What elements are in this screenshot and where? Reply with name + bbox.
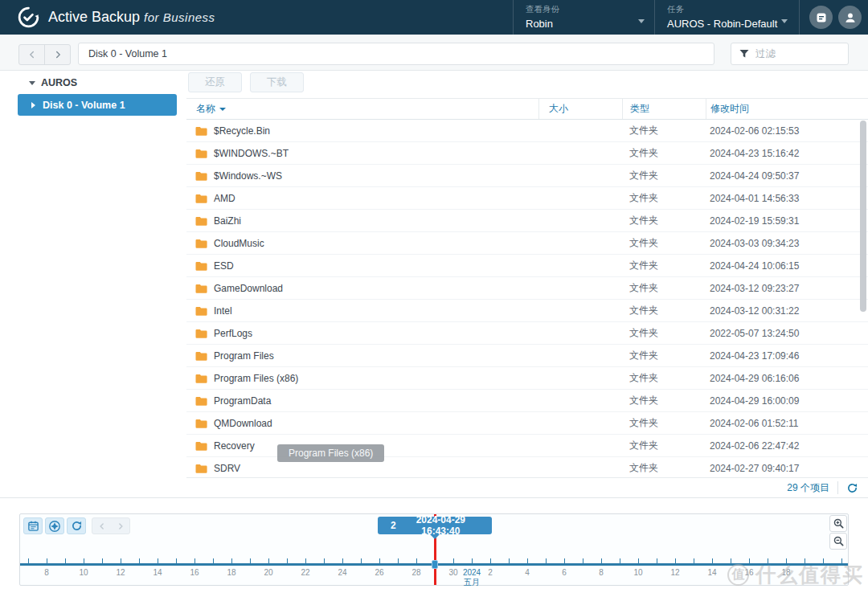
file-type: 文件夹	[622, 416, 706, 430]
folder-icon	[195, 149, 207, 158]
table-header: 名称 大小 类型 修改时间	[186, 98, 868, 120]
log-list-button[interactable]	[809, 6, 833, 29]
timeline-tick	[583, 558, 583, 563]
task-selector[interactable]: 任务 AUROS - Robin-Default	[654, 0, 797, 35]
version-badge[interactable]: 2 2024-04-29 16:43:40	[378, 517, 492, 534]
tree-node-disk0-volume1[interactable]: Disk 0 - Volume 1	[18, 94, 177, 116]
file-name: BaiZhi	[214, 215, 241, 227]
file-name: Intel	[214, 305, 232, 317]
table-row[interactable]: SDRV文件夹2024-02-27 09:40:17	[186, 457, 868, 477]
table-row[interactable]: ESD文件夹2024-04-24 10:06:15	[186, 255, 868, 277]
table-footer: 29 个项目	[186, 477, 868, 497]
file-mtime: 2024-04-23 17:09:46	[706, 350, 868, 362]
chevron-down-icon	[638, 19, 645, 23]
table-row[interactable]: CloudMusic文件夹2024-03-03 09:34:23	[186, 232, 868, 255]
vertical-scrollbar[interactable]	[860, 121, 866, 312]
zoom-in-button[interactable]	[829, 515, 847, 532]
file-type: 文件夹	[622, 349, 706, 362]
zoom-out-icon	[833, 535, 845, 547]
file-type: 文件夹	[622, 326, 706, 340]
table-row[interactable]: Intel文件夹2024-03-12 00:31:22	[186, 300, 868, 322]
timeline-tick	[250, 558, 251, 563]
timeline-slider-handle[interactable]	[432, 560, 438, 569]
timeline-panel: 810121416182022242628302024五月24681012141…	[19, 513, 849, 586]
table-row[interactable]: QMDownload文件夹2024-02-06 01:52:11	[186, 412, 868, 435]
table-row[interactable]: Program Files (x86)文件夹2024-04-29 06:16:0…	[186, 367, 868, 390]
table-row[interactable]: Recovery文件夹2024-02-06 22:47:42	[186, 435, 868, 457]
table-row[interactable]: AMD文件夹2024-04-01 14:56:33	[186, 187, 868, 210]
file-type: 文件夹	[622, 169, 706, 182]
back-button[interactable]	[19, 45, 44, 64]
file-name: Program Files (x86)	[214, 373, 298, 384]
timeline-tick	[786, 558, 787, 563]
filter-box[interactable]	[731, 43, 849, 65]
table-row[interactable]: GameDownload文件夹2024-03-12 09:23:27	[186, 277, 868, 300]
tree-root-auros[interactable]: AUROS	[29, 77, 77, 88]
timeline-tick	[564, 558, 565, 563]
folder-icon	[195, 464, 207, 473]
column-header-type[interactable]: 类型	[622, 99, 706, 119]
table-row[interactable]: $Recycle.Bin文件夹2024-02-06 02:15:53	[186, 120, 868, 142]
filter-input[interactable]	[755, 48, 836, 59]
table-row[interactable]: $Windows.~WS文件夹2024-04-24 09:50:37	[186, 165, 868, 187]
device-tree-sidebar: AUROS Disk 0 - Volume 1	[0, 71, 186, 497]
timeline-tick-label: 18	[227, 568, 235, 577]
chevron-left-icon	[27, 49, 38, 60]
chevron-right-icon	[116, 521, 125, 531]
main-area: AUROS Disk 0 - Volume 1 还原 下载 名称 大小 类型 修…	[0, 71, 868, 498]
timeline-tick	[453, 558, 454, 563]
timeline-tick-label: 12	[670, 568, 679, 577]
version-time: 2024-04-29 16:43:40	[396, 514, 485, 537]
timeline-tick-label: 22	[301, 568, 309, 577]
restore-button[interactable]: 还原	[188, 72, 242, 92]
file-mtime: 2022-05-07 13:24:50	[706, 328, 868, 339]
table-row[interactable]: PerfLogs文件夹2022-05-07 13:24:50	[186, 322, 868, 345]
identity-label: 查看身份	[526, 4, 654, 15]
timeline-tick	[158, 558, 158, 563]
column-header-name[interactable]: 名称	[186, 99, 538, 119]
history-nav-group	[18, 44, 71, 65]
file-mtime: 2024-04-29 16:00:09	[706, 395, 868, 407]
timeline-prev-button[interactable]	[92, 518, 111, 534]
file-type: 文件夹	[622, 281, 706, 295]
timeline-next-button[interactable]	[111, 518, 129, 534]
version-count: 2	[391, 520, 396, 531]
table-row[interactable]: Program Files文件夹2024-04-23 17:09:46	[186, 345, 868, 367]
table-row[interactable]: BaiZhi文件夹2024-02-19 15:59:31	[186, 210, 868, 232]
forward-button[interactable]	[44, 45, 70, 64]
file-name: ESD	[214, 260, 234, 272]
identity-selector[interactable]: 查看身份 Robin	[513, 0, 654, 35]
log-list-icon	[815, 11, 828, 24]
timeline-tick	[305, 558, 306, 563]
file-name: Recovery	[214, 440, 255, 452]
caret-right-icon	[31, 102, 35, 108]
column-header-size[interactable]: 大小	[538, 99, 622, 119]
calendar-button[interactable]	[23, 517, 43, 534]
download-button[interactable]: 下载	[250, 72, 304, 92]
file-type: 文件夹	[622, 124, 706, 137]
file-type: 文件夹	[622, 214, 706, 227]
folder-icon	[195, 239, 207, 248]
user-profile-button[interactable]	[838, 6, 862, 29]
timeline-tick	[361, 558, 362, 563]
zoom-out-button[interactable]	[829, 533, 847, 550]
file-name: $Recycle.Bin	[214, 125, 270, 137]
locate-version-button[interactable]	[45, 517, 64, 534]
refresh-list-button[interactable]	[846, 482, 858, 494]
folder-icon	[195, 329, 207, 338]
column-header-mtime[interactable]: 修改时间	[706, 99, 868, 119]
timeline-tick-label: 30	[448, 568, 457, 577]
timeline-refresh-button[interactable]	[67, 517, 86, 534]
file-mtime: 2024-03-12 00:31:22	[706, 305, 868, 317]
table-row[interactable]: ProgramData文件夹2024-04-29 16:00:09	[186, 390, 868, 412]
table-row[interactable]: $WINDOWS.~BT文件夹2024-04-23 15:16:42	[186, 142, 868, 165]
file-type: 文件夹	[622, 259, 706, 272]
timeline-tick	[638, 558, 639, 563]
breadcrumb-path[interactable]: Disk 0 - Volume 1	[78, 43, 714, 65]
timeline-tick-label: 6	[562, 568, 567, 577]
timeline-tick	[546, 558, 547, 563]
file-browser: 还原 下载 名称 大小 类型 修改时间 $Recycle.Bin文件夹2024-…	[186, 71, 868, 497]
file-mtime: 2024-04-29 06:16:06	[706, 373, 868, 384]
file-name: CloudMusic	[214, 238, 264, 249]
app-header: Active Backupfor Business 查看身份 Robin 任务 …	[0, 0, 868, 35]
